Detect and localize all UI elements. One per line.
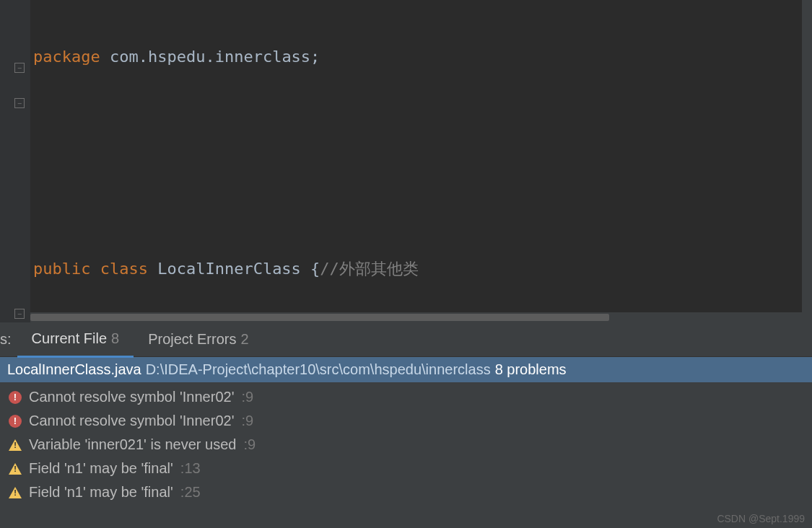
code-text: {	[310, 260, 320, 278]
code-text: com.hspedu.innerclass;	[100, 48, 320, 66]
problem-text: Field 'n1' may be 'final'	[29, 460, 173, 477]
file-name: LocalInnerClass.java	[7, 361, 141, 378]
editor-gutter: − − −	[0, 0, 30, 322]
scrollbar-thumb[interactable]	[30, 314, 609, 321]
problems-tabs: s: Current File 8 Project Errors 2	[0, 322, 812, 357]
file-path: D:\IDEA-Project\chapter10\src\com\hspedu…	[146, 361, 491, 378]
problem-row[interactable]: Field 'n1' may be 'final' :25	[0, 480, 812, 504]
problem-line-number: :9	[243, 436, 256, 453]
warning-icon	[9, 463, 22, 475]
problems-panel: s: Current File 8 Project Errors 2 Local…	[0, 322, 812, 528]
problem-row[interactable]: ! Cannot resolve symbol 'Inner02' :9	[0, 385, 812, 409]
problems-summary: 8 problems	[495, 361, 567, 378]
problem-line-number: :9	[241, 389, 253, 405]
fold-marker-icon[interactable]: −	[14, 98, 25, 108]
tab-prefix-label: s:	[0, 331, 17, 348]
tab-project-errors[interactable]: Project Errors 2	[134, 322, 263, 356]
watermark: CSDN @Sept.1999	[717, 513, 805, 524]
fold-marker-icon[interactable]: −	[14, 309, 25, 319]
problem-text: Variable 'inner021' is never used	[29, 436, 236, 453]
fold-marker-icon[interactable]: −	[14, 63, 25, 73]
code-keyword: public class	[33, 260, 157, 278]
problem-line-number: :9	[241, 413, 253, 429]
code-content[interactable]: package com.hspedu.innerclass; public cl…	[30, 0, 463, 322]
code-keyword: package	[33, 48, 100, 66]
code-classname: LocalInnerClass	[157, 260, 310, 278]
warning-icon	[9, 439, 22, 451]
horizontal-scrollbar[interactable]	[30, 312, 802, 322]
code-comment: //外部其他类	[320, 260, 419, 278]
tab-label: Current File	[32, 330, 107, 347]
problem-text: Cannot resolve symbol 'Inner02'	[29, 389, 234, 405]
problems-list: ! Cannot resolve symbol 'Inner02' :9 ! C…	[0, 382, 812, 507]
problem-row[interactable]: Variable 'inner021' is never used :9	[0, 433, 812, 457]
code-editor[interactable]: − − − package com.hspedu.innerclass; pub…	[0, 0, 812, 322]
error-icon: !	[9, 391, 22, 404]
problem-row[interactable]: Field 'n1' may be 'final' :13	[0, 457, 812, 480]
vertical-scrollbar[interactable]	[802, 0, 812, 322]
problem-line-number: :13	[180, 460, 201, 477]
problem-row[interactable]: ! Cannot resolve symbol 'Inner02' :9	[0, 409, 812, 433]
tab-count: 2	[240, 331, 248, 348]
error-icon: !	[9, 415, 22, 428]
problems-file-header[interactable]: LocalInnerClass.java D:\IDEA-Project\cha…	[0, 357, 812, 382]
problem-line-number: :25	[180, 484, 201, 501]
tab-label: Project Errors	[148, 331, 236, 348]
problem-text: Cannot resolve symbol 'Inner02'	[29, 413, 234, 429]
tab-count: 8	[111, 330, 119, 347]
tab-current-file[interactable]: Current File 8	[17, 322, 134, 358]
warning-icon	[9, 487, 22, 498]
problem-text: Field 'n1' may be 'final'	[29, 484, 173, 501]
